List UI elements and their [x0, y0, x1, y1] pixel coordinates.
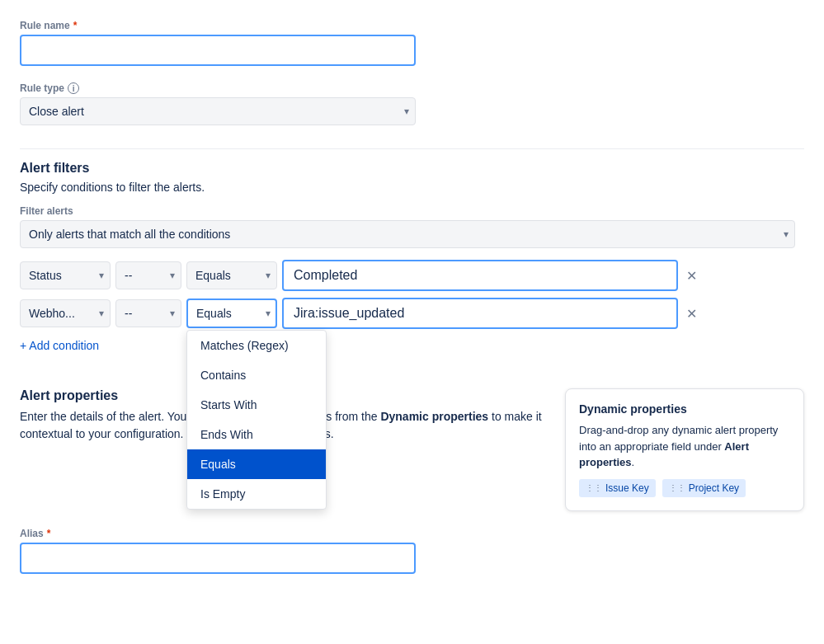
dropdown-item-equals[interactable]: Equals [187, 449, 326, 479]
dynamic-props-desc: Drag-and-drop any dynamic alert property… [579, 422, 790, 471]
rule-type-info-icon: i [68, 82, 79, 94]
condition-2-remove-button[interactable]: ✕ [683, 303, 700, 325]
dynamic-props-badges: Issue Key Project Key [579, 479, 790, 497]
condition-2-field-select[interactable]: Status Webho... Priority [20, 299, 111, 327]
condition-2-op1-wrapper: -- ▾ [115, 299, 181, 327]
condition-1-op1-select[interactable]: -- [115, 261, 181, 289]
condition-1-remove-button[interactable]: ✕ [683, 265, 700, 287]
rule-name-label: Rule name * [20, 20, 804, 31]
condition-2-field-wrapper: Status Webho... Priority ▾ [20, 299, 111, 327]
condition-1-op2-select[interactable]: Matches (Regex) Contains Starts With End… [186, 261, 277, 289]
rule-type-select-wrapper: Close alert Create alert Update alert ▾ [20, 97, 416, 125]
add-condition-button[interactable]: + Add condition [20, 336, 99, 355]
dropdown-item-matches-regex[interactable]: Matches (Regex) [187, 331, 326, 360]
equals-dropdown-menu: Matches (Regex) Contains Starts With End… [186, 330, 327, 510]
rule-type-label: Rule type i [20, 82, 804, 94]
filter-match-wrapper: Only alerts that match all the condition… [20, 220, 795, 248]
condition-row-2: Status Webho... Priority ▾ -- ▾ Matches … [20, 298, 804, 329]
dropdown-item-ends-with[interactable]: Ends With [187, 420, 326, 449]
dropdown-item-is-empty[interactable]: Is Empty [187, 479, 326, 509]
alias-section: Alias * [20, 528, 804, 574]
filter-alerts-label: Filter alerts [20, 205, 804, 217]
filter-match-select[interactable]: Only alerts that match all the condition… [20, 220, 795, 248]
condition-2-op1-select[interactable]: -- [115, 299, 181, 327]
condition-1-op1-wrapper: -- ▾ [115, 261, 181, 289]
prop-badge-project-key[interactable]: Project Key [662, 479, 746, 497]
condition-2-value-input[interactable] [282, 298, 678, 329]
alert-filters-desc: Specify conditions to filter the alerts. [20, 181, 804, 194]
section-divider [20, 148, 804, 149]
alert-filters-title: Alert filters [20, 161, 804, 176]
dynamic-properties-card: Dynamic properties Drag-and-drop any dyn… [565, 388, 804, 511]
rule-type-select[interactable]: Close alert Create alert Update alert [20, 97, 416, 125]
condition-2-op2-select[interactable]: Matches (Regex) Contains Starts With End… [186, 298, 277, 328]
rule-name-input[interactable]: Close Alert [20, 35, 416, 66]
condition-1-op2-wrapper: Matches (Regex) Contains Starts With End… [186, 261, 277, 289]
condition-1-field-select[interactable]: Status Webhook Priority [20, 261, 111, 289]
condition-1-value-input[interactable] [282, 260, 678, 291]
alias-input[interactable] [20, 543, 416, 574]
condition-2-op2-dropdown: Matches (Regex) Contains Starts With End… [186, 298, 277, 328]
condition-1-field-wrapper: Status Webhook Priority ▾ [20, 261, 111, 289]
dropdown-item-contains[interactable]: Contains [187, 360, 326, 390]
condition-row-1: Status Webhook Priority ▾ -- ▾ Matches (… [20, 260, 804, 291]
dropdown-item-starts-with[interactable]: Starts With [187, 390, 326, 420]
dynamic-props-title: Dynamic properties [579, 402, 790, 416]
alert-properties-section: Alert properties Enter the details of th… [20, 388, 804, 511]
prop-badge-issue-key[interactable]: Issue Key [579, 479, 656, 497]
alias-label: Alias * [20, 528, 804, 539]
